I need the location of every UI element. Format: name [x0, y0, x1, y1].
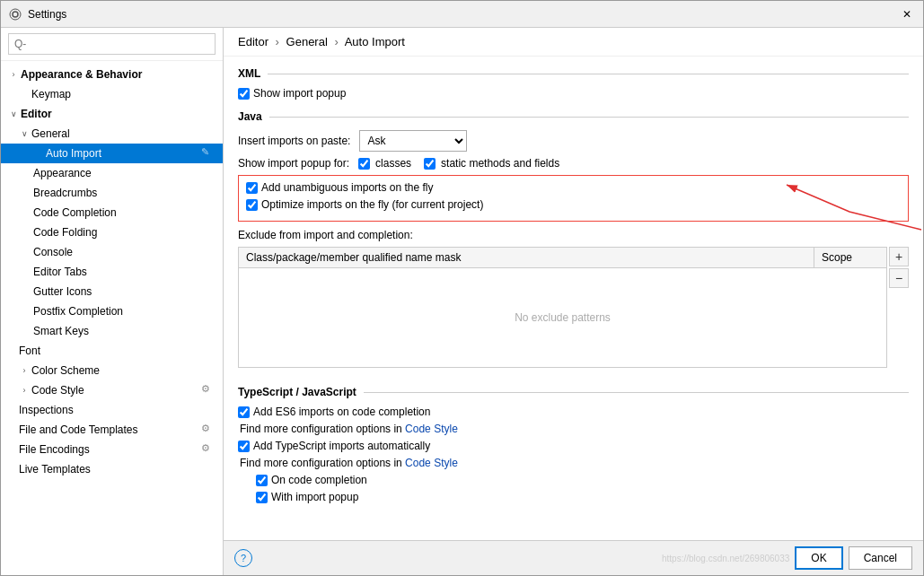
on-code-completion-label: On code completion: [271, 474, 367, 486]
sidebar-label: Breadcrumbs: [33, 187, 216, 199]
sidebar-item-auto-import[interactable]: Auto Import ✎: [1, 144, 223, 163]
add-unambiguous-label: Add unambiguous imports on the fly: [261, 181, 433, 194]
badge-icon: ⚙: [201, 423, 216, 437]
sidebar: › Appearance & Behavior Keymap ∨ Editor …: [1, 28, 224, 575]
sidebar-item-editor[interactable]: ∨ Editor: [1, 104, 223, 124]
remove-exclude-button[interactable]: −: [889, 268, 909, 288]
sidebar-label: File and Code Templates: [19, 423, 198, 436]
window-title: Settings: [28, 8, 66, 21]
breadcrumb-sep-2: ›: [334, 35, 338, 48]
sidebar-label: Live Templates: [19, 463, 216, 476]
sidebar-item-smart-keys[interactable]: Smart Keys: [1, 321, 223, 341]
find-config-es6-prefix: Find more configuration options in: [240, 423, 405, 435]
java-section: Java Insert imports on paste: Ask Always…: [238, 110, 909, 375]
sidebar-tree: › Appearance & Behavior Keymap ∨ Editor …: [1, 61, 223, 575]
xml-section: XML Show import popup: [238, 67, 909, 100]
add-exclude-button[interactable]: +: [889, 247, 909, 266]
cancel-button[interactable]: Cancel: [849, 546, 912, 570]
add-unambiguous-checkbox[interactable]: [246, 182, 258, 194]
find-config-ts-prefix: Find more configuration options in: [240, 457, 405, 469]
edit-icon: ✎: [201, 146, 216, 161]
code-style-link-1[interactable]: Code Style: [405, 423, 458, 435]
sidebar-label: Postfix Completion: [33, 305, 216, 318]
add-typescript-checkbox[interactable]: [238, 441, 250, 452]
sidebar-item-code-completion[interactable]: Code Completion: [1, 203, 223, 223]
exclude-table-container: Class/package/member qualified name mask…: [238, 247, 909, 375]
sidebar-item-gutter-icons[interactable]: Gutter Icons: [1, 282, 223, 301]
find-config-ts-row: Find more configuration options in Code …: [240, 457, 909, 469]
sidebar-item-general[interactable]: ∨ General: [1, 124, 223, 144]
add-es6-label: Add ES6 imports on code completion: [253, 406, 430, 418]
watermark: https://blog.csdn.net/269806033: [662, 554, 789, 563]
sidebar-label: Editor Tabs: [33, 266, 216, 278]
sidebar-item-postfix-completion[interactable]: Postfix Completion: [1, 301, 223, 321]
sidebar-item-file-encodings[interactable]: File Encodings ⚙: [1, 440, 223, 459]
bottom-bar: ? https://blog.csdn.net/269806033 OK Can…: [224, 540, 923, 575]
insert-imports-row: Insert imports on paste: Ask Always Neve…: [238, 130, 909, 152]
sidebar-label: Appearance & Behavior: [21, 68, 216, 81]
settings-window: Settings ✕ › Appearance & Behavior Keyma…: [0, 0, 924, 576]
show-import-popup-for-row: Show import popup for: classes static me…: [238, 157, 909, 170]
sidebar-label: Code Style: [31, 384, 198, 397]
close-button[interactable]: ✕: [898, 5, 916, 23]
classes-checkbox[interactable]: [358, 158, 370, 170]
main-content: › Appearance & Behavior Keymap ∨ Editor …: [1, 28, 923, 575]
sidebar-label: Font: [19, 345, 216, 357]
add-es6-row: Add ES6 imports on code completion: [238, 406, 909, 418]
find-config-es6-row: Find more configuration options in Code …: [240, 423, 909, 435]
sidebar-label: Color Scheme: [31, 364, 216, 377]
ok-button[interactable]: OK: [795, 546, 842, 570]
sidebar-item-breadcrumbs[interactable]: Breadcrumbs: [1, 183, 223, 203]
sidebar-item-code-folding[interactable]: Code Folding: [1, 223, 223, 242]
sidebar-item-live-templates[interactable]: Live Templates: [1, 459, 223, 479]
add-es6-checkbox[interactable]: [238, 406, 250, 418]
on-code-completion-checkbox[interactable]: [256, 475, 268, 486]
sidebar-item-keymap[interactable]: Keymap: [1, 84, 223, 104]
sidebar-item-code-style[interactable]: › Code Style ⚙: [1, 380, 223, 400]
sidebar-item-appearance[interactable]: Appearance: [1, 163, 223, 183]
sidebar-label: Editor: [21, 108, 216, 120]
show-import-popup-label: Show import popup: [253, 87, 346, 100]
sidebar-item-font[interactable]: Font: [1, 341, 223, 361]
add-typescript-row: Add TypeScript imports automatically: [238, 440, 909, 452]
on-code-completion-row: On code completion: [256, 474, 909, 486]
help-button[interactable]: ?: [234, 549, 252, 567]
expand-icon: ›: [19, 365, 30, 376]
breadcrumb-sep-1: ›: [276, 35, 279, 48]
optimize-imports-row: Optimize imports on the fly (for current…: [246, 198, 901, 211]
static-methods-checkbox[interactable]: [424, 158, 436, 170]
sidebar-label: Inspections: [19, 404, 216, 416]
title-bar: Settings ✕: [1, 1, 923, 28]
sidebar-item-inspections[interactable]: Inspections: [1, 400, 223, 420]
insert-imports-select[interactable]: Ask Always Never: [359, 130, 467, 152]
col-name-header: Class/package/member qualified name mask: [239, 248, 814, 267]
breadcrumb-part-1: Editor: [238, 35, 268, 48]
code-style-link-2[interactable]: Code Style: [405, 457, 458, 469]
with-import-popup-label: With import popup: [271, 491, 358, 503]
optimize-imports-label: Optimize imports on the fly (for current…: [261, 198, 483, 211]
breadcrumb-part-2: General: [286, 35, 328, 48]
sidebar-item-editor-tabs[interactable]: Editor Tabs: [1, 262, 223, 282]
classes-label: classes: [375, 157, 411, 170]
expand-icon: ›: [19, 385, 30, 396]
sidebar-item-console[interactable]: Console: [1, 242, 223, 262]
with-import-popup-checkbox[interactable]: [256, 492, 268, 503]
col-scope-header: Scope: [814, 248, 886, 267]
sidebar-item-file-code-templates[interactable]: File and Code Templates ⚙: [1, 420, 223, 440]
sidebar-label: Smart Keys: [33, 325, 216, 337]
sidebar-item-color-scheme[interactable]: › Color Scheme: [1, 361, 223, 380]
expand-icon: ∨: [19, 128, 30, 139]
sidebar-item-appearance-behavior[interactable]: › Appearance & Behavior: [1, 65, 223, 84]
insert-imports-label: Insert imports on paste:: [238, 135, 350, 147]
search-input[interactable]: [8, 33, 216, 55]
right-panel: Editor › General › Auto Import XML Show …: [224, 28, 923, 575]
add-typescript-label: Add TypeScript imports automatically: [253, 440, 430, 452]
table-header: Class/package/member qualified name mask…: [239, 248, 886, 268]
expand-icon: [19, 89, 30, 100]
with-import-popup-row: With import popup: [256, 491, 909, 503]
badge-icon: ⚙: [201, 442, 216, 457]
optimize-imports-checkbox[interactable]: [246, 199, 258, 211]
settings-icon: [8, 7, 22, 22]
sidebar-label: Appearance: [33, 167, 216, 179]
show-import-popup-checkbox[interactable]: [238, 88, 250, 100]
